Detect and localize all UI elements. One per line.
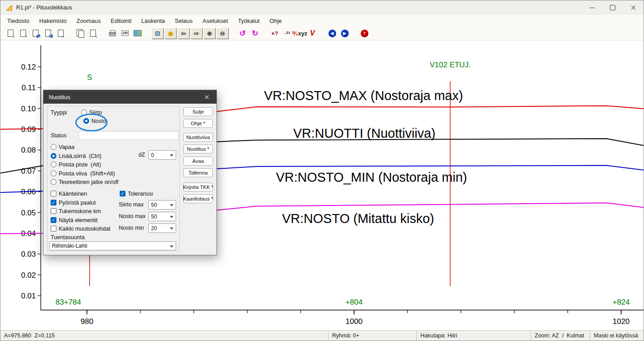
radio-lisaa-circle[interactable] — [51, 153, 56, 159]
step-back-icon[interactable]: ◀ — [326, 28, 338, 39]
zoom-lamp-icon[interactable]: ◉ — [164, 28, 177, 39]
radio-vapaa-circle[interactable] — [51, 144, 56, 150]
undo-icon[interactable]: ↺ — [237, 28, 248, 39]
search-mode-indicator: Hakutapa: Hiiri — [416, 331, 531, 341]
radio-teoreettinen-circle[interactable] — [51, 179, 56, 185]
radio-lisaa-siirra[interactable]: Lisää,siirrä (Ctrl) — [51, 153, 101, 159]
minimize-icon — [590, 8, 595, 8]
zoom-out-icon[interactable]: ⊖ — [216, 28, 229, 39]
pan-left-icon[interactable]: ⇦ — [177, 28, 190, 39]
checkbox-kaanteinen-box[interactable] — [51, 191, 56, 197]
paste-icon[interactable]: ↓ — [87, 28, 99, 39]
query-point-icon[interactable]: +? — [269, 28, 281, 39]
checkbox-pyorista-box[interactable] — [51, 200, 56, 205]
close-file-icon[interactable]: → — [55, 28, 66, 39]
print-icon[interactable] — [107, 28, 118, 39]
avaa-button[interactable]: Avaa — [183, 157, 213, 166]
checkbox-kaikki-box[interactable] — [51, 226, 56, 232]
siirto-max-select[interactable]: 50 — [148, 200, 176, 210]
svg-text:980: 980 — [81, 317, 93, 326]
svg-text:VR:NOSTO_MIN (Nostoraja min): VR:NOSTO_MIN (Nostoraja min) — [276, 170, 467, 184]
menu-item-asetukset[interactable]: Asetukset — [198, 17, 233, 24]
svg-text:0.02: 0.02 — [21, 271, 36, 280]
svg-text:VR:NOSTO_MAX (Nostoraja max): VR:NOSTO_MAX (Nostoraja max) — [264, 88, 463, 103]
tyyppi-label: Tyyppi — [51, 109, 67, 116]
checkbox-nayta-elementit[interactable]: Näytä elementit — [51, 217, 98, 223]
sulje-button[interactable]: Sulje — [183, 107, 213, 116]
tallenna-button[interactable]: Tallenna — [183, 168, 213, 177]
minimize-button[interactable] — [582, 0, 602, 15]
dialog-title: Nuotitus — [49, 94, 70, 101]
nosto-max-select[interactable]: 50 — [148, 212, 176, 221]
pan-right-icon[interactable]: ⇨ — [190, 28, 203, 39]
nosto-max-label: Nosto max — [119, 213, 146, 219]
nuotitus-button[interactable]: Nuotitus * — [183, 144, 213, 153]
checkbox-pyorista-paalut[interactable]: Pyöristä paalut — [51, 199, 96, 206]
svg-text:V102 ETUJ.: V102 ETUJ. — [430, 61, 471, 69]
radio-poista-viiva-circle[interactable] — [51, 170, 56, 176]
menu-item-laskenta[interactable]: Laskenta — [136, 17, 170, 24]
menu-item-hakemisto[interactable]: Hakemisto — [34, 17, 71, 24]
nosto-min-select[interactable]: 20 — [148, 223, 176, 233]
read-write-file-icon[interactable]: ⇄ — [30, 28, 41, 39]
radio-teoreettinen-jatke[interactable]: Teoreettinen jatke on/off — [51, 179, 118, 185]
zoom-mode-indicator: Zoom: AZ / Kulmat — [531, 331, 590, 341]
point-number-icon[interactable]: ·²¹ — [281, 28, 293, 39]
nosto-min-label: Nosto min — [119, 225, 144, 231]
tuentasuunta-select[interactable]: Riihimäki-Lahti — [49, 241, 176, 250]
maximize-button[interactable] — [602, 0, 623, 15]
svg-text:VR:NOSTO (Mitattu kisko): VR:NOSTO (Mitattu kisko) — [282, 211, 434, 226]
nuotitus-dialog: Nuotitus Tyyppi Siirto Nosto Status Vapa… — [43, 90, 217, 255]
checkbox-kaikki-muutoskohdat[interactable]: Kaikki muutoskohdat — [51, 225, 110, 232]
dz-select[interactable]: 0 — [148, 150, 176, 160]
svg-text:0.12: 0.12 — [21, 63, 36, 71]
browse-files-icon[interactable]: ⇉ — [42, 28, 54, 39]
status-field[interactable] — [78, 131, 179, 140]
radio-poista-viiva[interactable]: Poista viiva (Shift+Alt) — [51, 170, 115, 177]
read-file-icon[interactable]: ↓ — [4, 28, 16, 39]
menu-bar: TiedostoHakemistoZoomausEditointiLaskent… — [0, 15, 644, 26]
annotation-ellipse — [75, 114, 108, 131]
svg-text:VR:NUOTTI (Nuottiviiva): VR:NUOTTI (Nuottiviiva) — [293, 126, 435, 140]
dialog-titlebar[interactable]: Nuotitus — [43, 90, 216, 104]
svg-text:+824: +824 — [613, 298, 630, 306]
menu-item-tiedosto[interactable]: Tiedosto — [2, 17, 34, 24]
zoom-in-icon[interactable]: ⊕ — [203, 28, 216, 39]
svg-text:1000: 1000 — [346, 317, 363, 326]
coordinate-readout: A=975.860 Z=0.115 — [0, 331, 328, 341]
kaarilistaus-button[interactable]: Kaarilistaus * — [183, 194, 213, 203]
nuottiviiva-button[interactable]: Nuottiviiva — [183, 133, 213, 142]
help-icon[interactable]: ? — [359, 28, 370, 39]
window-title: R1.pi* - Pituusleikkaus — [16, 4, 72, 11]
radio-poista-piste-circle[interactable] — [51, 162, 56, 167]
check-values-icon[interactable]: V — [307, 28, 318, 39]
checkbox-nayta-box[interactable] — [51, 217, 56, 223]
svg-text:0.05: 0.05 — [21, 209, 36, 217]
menu-item-ohje[interactable]: Ohje — [264, 17, 286, 24]
xyz-decimals-icon[interactable]: ⁰⁄₁xyz — [294, 28, 306, 39]
title-bar: R1.pi* - Pituusleikkaus — [0, 0, 644, 15]
checkbox-toleranssi[interactable]: Toleranssi — [120, 190, 153, 197]
checkbox-toleranssi-box[interactable] — [120, 191, 125, 197]
write-file-icon[interactable]: ↑ — [17, 28, 29, 39]
menu-item-selaus[interactable]: Selaus — [170, 17, 198, 24]
menu-item-tyokalut[interactable]: Työkalut — [233, 17, 264, 24]
checkbox-kaanteinen[interactable]: Käänteinen — [51, 190, 87, 197]
print-scale-icon[interactable]: 150 — [119, 28, 131, 39]
menu-item-zoomaus[interactable]: Zoomaus — [72, 17, 106, 24]
radio-vapaa[interactable]: Vapaa — [51, 144, 74, 150]
close-button[interactable] — [623, 0, 644, 15]
radio-poista-piste[interactable]: Poista piste (Alt) — [51, 161, 101, 168]
print-image-icon[interactable] — [132, 28, 143, 39]
step-forward-icon[interactable]: ▶ — [339, 28, 350, 39]
checkbox-tukemiskone-box[interactable] — [51, 208, 56, 214]
ohje-button[interactable]: Ohje * — [183, 119, 213, 128]
app-icon — [6, 4, 13, 11]
copy-icon[interactable] — [74, 28, 86, 39]
zoom-fit-icon[interactable]: ⊡ — [151, 28, 164, 39]
dialog-close-button[interactable] — [197, 90, 216, 104]
menu-item-editointi[interactable]: Editointi — [106, 17, 136, 24]
redo-icon[interactable]: ↻ — [249, 28, 261, 39]
checkbox-tukemiskone-km[interactable]: Tukemiskone km — [51, 208, 101, 214]
kirjoita-tkk-button[interactable]: Kirjoita TKK * — [183, 183, 213, 192]
